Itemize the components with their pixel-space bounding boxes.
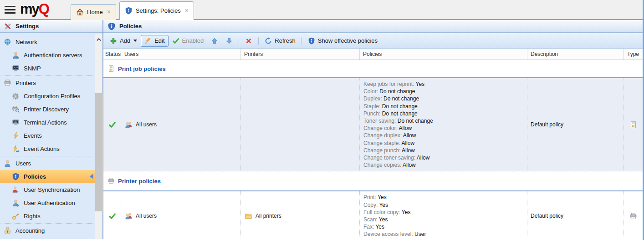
- policy-value: Do not change: [382, 103, 418, 110]
- policies-panel: Policies Add Edit Enabled: [103, 20, 643, 239]
- policy-line: Duplex: Do not change: [363, 95, 523, 102]
- arrow-up-icon: [211, 37, 218, 45]
- printers-cell: [241, 78, 360, 171]
- menu-icon[interactable]: [5, 6, 15, 15]
- sidebar-item-network[interactable]: Network: [0, 35, 102, 49]
- selected-arrow-icon: [90, 174, 93, 179]
- column-header-description[interactable]: Description: [527, 49, 624, 60]
- policy-label: Change color:: [363, 125, 399, 131]
- policy-line: Print: Yes: [363, 194, 523, 201]
- sidebar-item-printers[interactable]: Printers: [0, 76, 102, 90]
- folder-icon: [245, 212, 252, 220]
- policy-label: Copy:: [363, 202, 379, 208]
- sidebar-item-snmp[interactable]: SNMP: [0, 62, 102, 75]
- page-title: Policies: [119, 23, 142, 30]
- sidebar-item-label: Event Actions: [24, 145, 60, 152]
- policy-value: Allow: [399, 125, 412, 131]
- printjob-icon: [107, 65, 115, 72]
- scroll-up-button[interactable]: [95, 34, 102, 45]
- policy-label: Device access level:: [363, 231, 414, 237]
- policy-line: Scan: Yes: [363, 216, 523, 223]
- sidebar-item-event-actions[interactable]: Event Actions: [0, 142, 102, 155]
- column-header-users[interactable]: Users: [121, 49, 241, 60]
- printers-label: All printers: [256, 213, 281, 219]
- policy-row[interactable]: All usersKeep jobs for reprint: YesColor…: [103, 78, 643, 171]
- policy-value: User: [414, 231, 426, 237]
- delete-button[interactable]: [241, 35, 256, 47]
- policy-line: Keep jobs for reprint: Yes: [363, 80, 523, 88]
- policy-label: Toner saving:: [363, 118, 398, 124]
- move-down-button[interactable]: [222, 35, 236, 47]
- tab-settings-policies[interactable]: Settings: Policies×: [119, 1, 194, 20]
- policy-value: Allow: [417, 155, 430, 161]
- sidebar-item-authentication-servers[interactable]: Authentication servers: [0, 49, 102, 62]
- policy-value: Do not change: [382, 110, 418, 117]
- printjob-icon: [629, 121, 637, 129]
- close-icon[interactable]: ×: [107, 8, 111, 15]
- sidebar-item-events[interactable]: Events: [0, 129, 102, 142]
- sidebar-item-printer-discovery[interactable]: Printer Discovery: [0, 103, 102, 116]
- lightning-icon: [12, 132, 20, 140]
- policies-cell: Print: YesCopy: YesFull color copy: YesS…: [360, 191, 527, 239]
- sidebar-item-configuration-profiles[interactable]: Configuration Profiles: [0, 90, 102, 103]
- policy-line: Change copies: Allow: [363, 161, 523, 169]
- policy-line: Color: Do not change: [363, 88, 523, 95]
- sidebar-item-terminal-actions[interactable]: Terminal Actions: [0, 116, 102, 129]
- table-header: StatusUsersPrintersPoliciesDescriptionTy…: [103, 49, 643, 60]
- sidebar-item-rights[interactable]: Rights: [0, 210, 102, 223]
- sidebar-item-users[interactable]: Users: [0, 157, 102, 170]
- column-header-type[interactable]: Type: [624, 49, 643, 60]
- home-icon: [76, 8, 84, 16]
- printers-cell: All printers: [241, 191, 360, 239]
- column-header-status[interactable]: Status: [103, 49, 121, 60]
- sidebar-item-label: Authentication servers: [24, 52, 82, 59]
- tools-icon: [4, 22, 12, 30]
- policy-label: Fax:: [363, 224, 375, 230]
- sidebar-item-user-synchronization[interactable]: User Synchronization: [0, 183, 102, 196]
- tab-home[interactable]: Home×: [71, 4, 116, 20]
- column-header-policies[interactable]: Policies: [360, 49, 527, 60]
- policy-line: Fax: Yes: [363, 223, 523, 230]
- sidebar-item-user-authentication[interactable]: User Authentication: [0, 196, 102, 210]
- sidebar-item-policies[interactable]: Policies: [0, 170, 102, 183]
- sidebar-item-label: Events: [24, 132, 42, 139]
- policy-row[interactable]: All usersAll printersPrint: YesCopy: Yes…: [103, 191, 643, 239]
- tab-bar: Home×Settings: Policies×: [71, 1, 194, 20]
- user-green-icon: [12, 51, 20, 59]
- section-header-print-job-policies: Print job policies: [103, 60, 643, 78]
- show-effective-policies-button[interactable]: Show effective policies: [304, 35, 381, 47]
- lightning-arrow-icon: [12, 145, 20, 153]
- plus-icon: [110, 37, 117, 45]
- policy-label: Change punch:: [363, 147, 402, 154]
- refresh-button[interactable]: Refresh: [261, 35, 299, 47]
- group-icon: [125, 212, 133, 220]
- close-icon[interactable]: ×: [185, 7, 189, 14]
- users-label: All users: [136, 121, 157, 128]
- move-up-button[interactable]: [207, 35, 222, 47]
- policies-cell: Keep jobs for reprint: YesColor: Do not …: [360, 78, 527, 171]
- top-bar: myQ Home×Settings: Policies×: [0, 0, 643, 20]
- add-button[interactable]: Add: [106, 35, 141, 47]
- app-window: myQ Home×Settings: Policies× Settings Ne…: [0, 0, 644, 240]
- column-header-printers[interactable]: Printers: [241, 49, 360, 60]
- toolbar-separator: [302, 37, 302, 45]
- enabled-button[interactable]: Enabled: [169, 35, 208, 47]
- policy-value: Yes: [379, 202, 388, 208]
- sidebar-item-accounting[interactable]: Accounting: [0, 224, 102, 237]
- policy-value: Do not change: [379, 88, 415, 95]
- monitor-icon: [12, 65, 20, 72]
- scrollbar-thumb[interactable]: [95, 93, 103, 211]
- sidebar-item-label: Printer Discovery: [24, 106, 69, 113]
- policy-line: Change toner saving: Allow: [363, 154, 523, 161]
- section-title: Print job policies: [118, 65, 166, 72]
- sidebar-scrollbar[interactable]: [95, 34, 102, 239]
- gear-icon: [12, 92, 20, 100]
- policy-line: Change punch: Allow: [363, 147, 523, 154]
- sidebar-item-label: Terminal Actions: [24, 119, 67, 126]
- sidebar-title: Settings: [15, 23, 39, 30]
- printer-icon: [4, 79, 11, 87]
- edit-button[interactable]: Edit: [141, 35, 168, 47]
- policy-label: Punch:: [363, 110, 382, 117]
- myq-logo: myQ: [20, 1, 49, 17]
- policy-label: Change toner saving:: [363, 155, 417, 161]
